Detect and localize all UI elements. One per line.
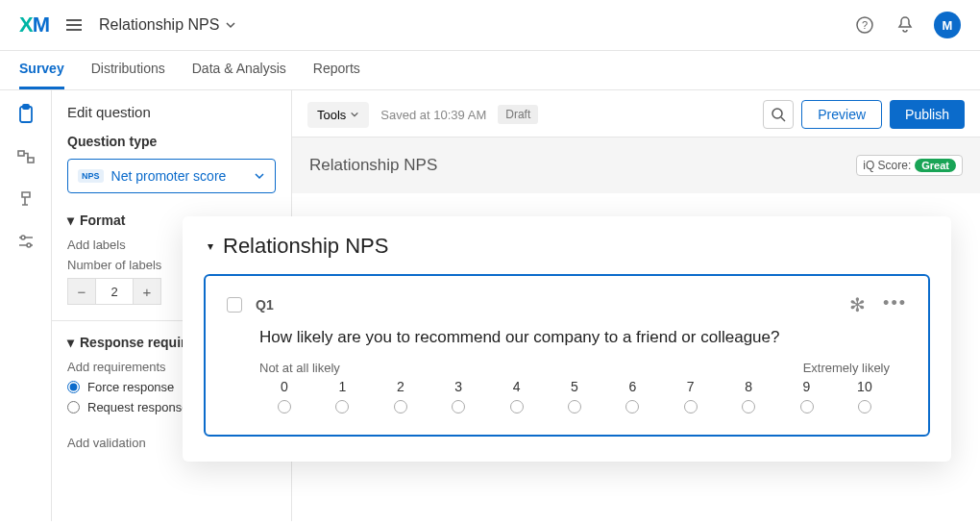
force-response-radio[interactable] [67,381,80,393]
tools-dropdown[interactable]: Tools [307,102,369,128]
scale-number: 1 [338,379,346,394]
scale-number: 8 [745,379,752,394]
scale-number: 10 [857,379,872,394]
svg-text:?: ? [862,19,868,31]
app-header: XM Relationship NPS ? M [0,0,980,51]
scale-option[interactable]: 9 [782,379,832,413]
scale-number: 6 [628,379,636,394]
scale-option[interactable]: 2 [376,379,426,413]
canvas-toolbar: Tools Saved at 10:39 AM Draft Preview Pu… [292,90,980,137]
rail-options-icon[interactable] [13,229,38,254]
scale-option[interactable]: 10 [840,379,890,413]
nps-badge: NPS [78,169,104,183]
question-type-select[interactable]: NPS Net promoter score [67,159,276,193]
block-title: Relationship NPS [309,156,437,175]
main-tabs: Survey Distributions Data & Analysis Rep… [0,51,980,90]
tab-distributions[interactable]: Distributions [91,51,165,89]
scale-option[interactable]: 4 [492,379,542,413]
scale-radio[interactable] [625,400,639,413]
scale-option[interactable]: 5 [550,379,600,413]
question-overlay: ▾ Relationship NPS Q1 ✻ ••• How likely a… [183,216,951,462]
scale-number: 0 [281,379,288,394]
svg-point-6 [21,236,25,239]
publish-button[interactable]: Publish [890,100,965,129]
block-header: Relationship NPS iQ Score: Great [292,137,980,193]
tab-data-analysis[interactable]: Data & Analysis [192,51,286,89]
stepper-decrement[interactable]: − [67,278,96,305]
project-name-dropdown[interactable]: Relationship NPS [99,16,236,34]
notifications-icon[interactable] [894,13,917,37]
scale-option[interactable]: 1 [317,379,367,413]
rail-builder-icon[interactable] [13,102,38,127]
scale-option[interactable]: 7 [666,379,716,413]
nps-scale: 012345678910 [259,379,890,413]
chevron-down-icon [254,170,265,182]
svg-point-8 [772,109,782,118]
scale-option[interactable]: 8 [723,379,773,413]
tab-survey[interactable]: Survey [19,51,64,89]
scale-number: 9 [803,379,811,394]
stepper-value: 2 [96,278,133,305]
question-type-value: Net promoter score [111,168,246,184]
scale-number: 2 [397,379,404,394]
scale-option[interactable]: 6 [607,379,657,413]
scale-number: 5 [571,379,578,394]
scale-number: 4 [513,379,521,394]
question-more-icon[interactable]: ••• [883,293,907,316]
add-validation-label: Add validation [67,436,146,450]
question-number: Q1 [256,297,274,313]
chevron-down-icon [225,19,236,31]
left-rail [0,90,52,521]
xm-logo: XM [19,13,49,38]
scale-radio[interactable] [335,400,349,413]
iq-score-badge[interactable]: iQ Score: Great [856,155,963,176]
search-icon [771,107,786,122]
question-select-checkbox[interactable] [227,297,242,313]
scale-radio[interactable] [800,400,814,413]
svg-point-7 [27,243,31,247]
scale-radio[interactable] [394,400,407,413]
rail-look-feel-icon[interactable] [13,187,38,212]
scale-radio[interactable] [278,400,291,413]
stepper-increment[interactable]: + [133,278,161,305]
preview-button[interactable]: Preview [801,100,882,129]
scale-option[interactable]: 0 [259,379,309,413]
question-type-label: Question type [67,134,276,149]
overlay-block-heading[interactable]: ▾ Relationship NPS [204,234,930,259]
request-response-radio[interactable] [67,401,80,413]
question-text[interactable]: How likely are you to recommend our comp… [259,328,907,347]
scale-option[interactable]: 3 [433,379,483,413]
help-icon[interactable]: ? [853,13,876,37]
chevron-down-icon [350,110,359,119]
question-card[interactable]: Q1 ✻ ••• How likely are you to recommend… [204,274,930,437]
scale-radio[interactable] [684,400,698,413]
user-avatar[interactable]: M [934,12,961,38]
expertreview-icon[interactable]: ✻ [849,293,866,316]
scale-number: 3 [454,379,462,394]
scale-radio[interactable] [568,400,581,413]
scale-radio[interactable] [858,400,871,413]
scale-radio[interactable] [452,400,465,413]
scale-radio[interactable] [510,400,524,413]
menu-icon[interactable] [66,19,82,31]
search-button[interactable] [763,100,794,129]
saved-timestamp: Saved at 10:39 AM [380,108,486,122]
panel-title: Edit question [67,104,276,120]
svg-rect-5 [28,158,34,163]
scale-label-high: Extremely likely [803,361,890,375]
rail-flow-icon[interactable] [13,144,38,169]
scale-number: 7 [687,379,695,394]
draft-badge: Draft [498,105,538,124]
scale-label-low: Not at all likely [259,361,340,375]
project-name-text: Relationship NPS [99,16,219,34]
tab-reports[interactable]: Reports [313,51,360,89]
scale-radio[interactable] [742,400,755,413]
svg-rect-4 [18,151,24,156]
